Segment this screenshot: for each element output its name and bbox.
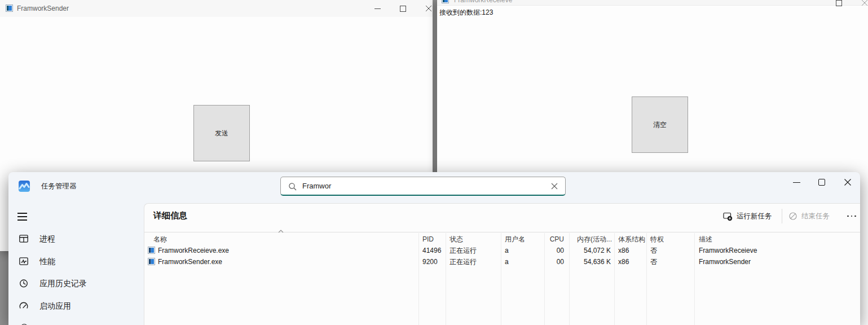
received-data-text: 接收到的数据:123 [439, 8, 493, 17]
receiver-app-icon [442, 0, 449, 3]
minimize-icon [793, 182, 800, 183]
cell-status: 正在运行 [450, 245, 477, 256]
search-icon [288, 182, 297, 191]
receiver-titlebar[interactable]: FramworkReceieve [437, 0, 868, 6]
maximize-icon [400, 6, 406, 12]
cell-pid: 9200 [422, 256, 438, 267]
run-new-task-icon [723, 212, 733, 221]
minimize-button[interactable] [785, 172, 808, 192]
app-history-icon [19, 278, 29, 288]
ellipsis-icon [847, 216, 849, 217]
end-task-icon [788, 212, 797, 221]
cell-name: FramworkSender.exe [158, 256, 222, 267]
minimize-button[interactable] [369, 0, 386, 17]
column-header-name[interactable]: 名称 [153, 234, 167, 245]
search-box[interactable] [280, 177, 566, 196]
sender-app-icon [6, 5, 13, 12]
column-header-description[interactable]: 描述 [699, 234, 712, 245]
close-button[interactable] [856, 0, 868, 11]
maximize-button[interactable] [830, 0, 847, 11]
maximize-icon [836, 0, 842, 6]
column-header-memory[interactable]: 内存(活动... [577, 234, 612, 245]
minimize-icon [374, 8, 381, 9]
cell-privilege: 否 [650, 256, 657, 267]
cell-privilege: 否 [650, 245, 657, 256]
cell-memory: 54,072 K [569, 245, 611, 256]
maximize-icon [818, 179, 825, 186]
sort-ascending-icon [277, 229, 284, 234]
process-app-icon [148, 247, 155, 254]
startup-apps-icon [19, 301, 29, 311]
close-icon [844, 178, 852, 186]
sidebar-item-partial-icon[interactable] [20, 322, 29, 325]
processes-icon [19, 234, 29, 244]
column-header-status[interactable]: 状态 [450, 234, 463, 245]
close-icon [425, 5, 432, 12]
task-manager-title: 任务管理器 [41, 172, 77, 200]
sidebar-item-startup-apps[interactable]: 启动应用 [8, 296, 135, 316]
maximize-button[interactable] [394, 0, 411, 17]
sender-titlebar[interactable]: FramworkSender [0, 0, 433, 17]
maximize-button[interactable] [810, 172, 833, 192]
process-row-framworkreceieve[interactable]: FramworkReceieve.exe 41496 正在运行 a 00 54,… [144, 245, 860, 256]
table-header-row: 名称 PID 状态 用户名 CPU 内存(活动... 体系结构 特权 描述 [144, 234, 860, 245]
task-manager-window: 任务管理器 进程 [8, 172, 860, 325]
process-app-icon [148, 258, 155, 265]
page-title: 详细信息 [153, 210, 187, 221]
sender-window-title: FramworkSender [17, 0, 69, 17]
sidebar-item-app-history[interactable]: 应用历史记录 [8, 273, 135, 293]
cell-cpu: 00 [534, 256, 564, 267]
cell-user: a [505, 245, 509, 256]
cell-status: 正在运行 [450, 256, 477, 267]
clear-search-icon[interactable] [550, 182, 558, 190]
cell-description: FramworkSender [699, 256, 751, 267]
process-row-framworksender[interactable]: FramworkSender.exe 9200 正在运行 a 00 54,636… [144, 256, 860, 267]
clear-button[interactable]: 清空 [632, 96, 688, 153]
cell-architecture: x86 [618, 245, 629, 256]
details-panel: 详细信息 运行新任务 结束任务 [144, 203, 860, 325]
menu-toggle-button[interactable] [17, 212, 34, 223]
search-input[interactable] [302, 177, 539, 195]
sidebar-item-processes[interactable]: 进程 [8, 229, 135, 249]
toolbar-divider [782, 209, 782, 223]
close-button[interactable] [420, 0, 433, 17]
sidebar-item-performance[interactable]: 性能 [8, 251, 135, 271]
run-new-task-button[interactable]: 运行新任务 [723, 208, 772, 224]
send-button[interactable]: 发送 [193, 105, 250, 161]
end-task-button[interactable]: 结束任务 [788, 208, 830, 224]
column-header-cpu[interactable]: CPU [534, 234, 564, 245]
cell-name: FramworkReceieve.exe [158, 245, 229, 256]
receiver-window-title: FramworkReceieve [454, 0, 512, 4]
cell-cpu: 00 [534, 245, 564, 256]
close-icon [861, 0, 868, 6]
cell-architecture: x86 [618, 256, 629, 267]
cell-user: a [505, 256, 509, 267]
column-header-architecture[interactable]: 体系结构 [618, 234, 645, 245]
column-header-privilege[interactable]: 特权 [650, 234, 664, 245]
performance-icon [19, 256, 29, 266]
cell-memory: 54,636 K [569, 256, 611, 267]
cell-pid: 41496 [422, 245, 441, 256]
column-header-pid[interactable]: PID [422, 234, 434, 245]
desktop: FramworkSender 发送 FramworkReceieve 接收到的数… [0, 0, 868, 325]
cell-description: FramworkReceieve [699, 245, 757, 256]
close-button[interactable] [836, 172, 859, 192]
more-options-button[interactable] [843, 212, 860, 221]
task-manager-icon [19, 181, 30, 192]
process-table: 名称 PID 状态 用户名 CPU 内存(活动... 体系结构 特权 描述 [144, 232, 860, 325]
column-header-user[interactable]: 用户名 [505, 234, 525, 245]
